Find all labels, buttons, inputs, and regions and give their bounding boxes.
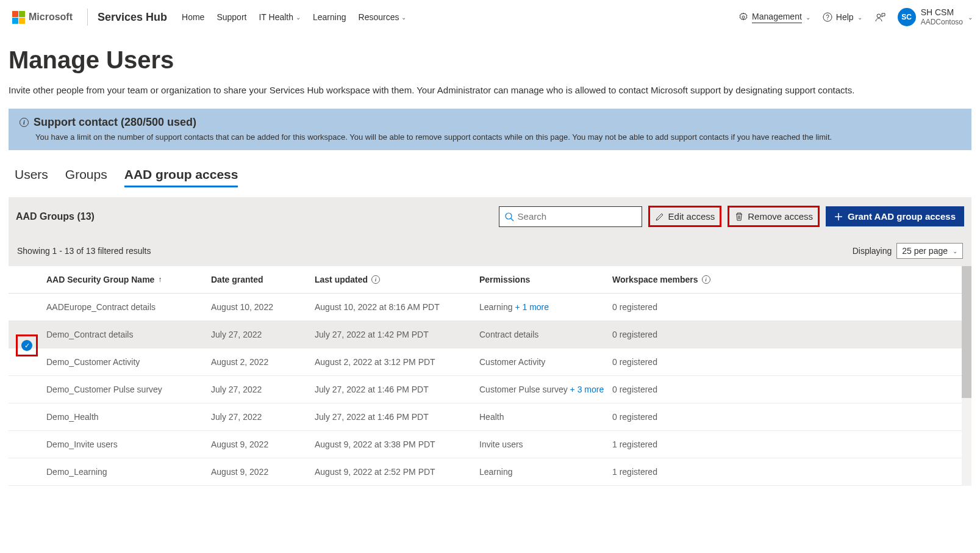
col-members[interactable]: Workspace membersi bbox=[612, 275, 971, 284]
table-header: AAD Security Group Name↑ Date granted La… bbox=[9, 266, 971, 294]
displaying-label: Displaying bbox=[853, 246, 892, 256]
account-menu[interactable]: SC SH CSM AADContoso ⌄ bbox=[898, 7, 973, 26]
svg-point-3 bbox=[506, 213, 512, 219]
management-menu[interactable]: Management ⌄ bbox=[739, 12, 810, 23]
cell-members: 1 registered bbox=[612, 467, 971, 477]
cell-group-name: Demo_Customer Activity bbox=[46, 357, 211, 367]
cell-group-name: Demo_Learning bbox=[46, 467, 211, 477]
aad-groups-table: AAD Security Group Name↑ Date granted La… bbox=[9, 266, 971, 486]
cell-members: 0 registered bbox=[612, 330, 971, 339]
chevron-down-icon: ⌄ bbox=[857, 14, 862, 21]
svg-point-2 bbox=[877, 14, 881, 18]
support-contact-infobox: i Support contact (280/500 used) You hav… bbox=[9, 109, 971, 150]
vertical-scrollbar[interactable] bbox=[962, 266, 971, 486]
nav-learning[interactable]: Learning bbox=[313, 12, 346, 22]
account-name: SH CSM bbox=[921, 7, 963, 18]
chevron-down-icon: ⌄ bbox=[401, 14, 406, 21]
cell-members: 1 registered bbox=[612, 439, 971, 449]
col-permissions[interactable]: Permissions bbox=[479, 275, 612, 284]
cell-last-updated: August 10, 2022 at 8:16 AM PDT bbox=[315, 302, 479, 312]
col-name[interactable]: AAD Security Group Name↑ bbox=[46, 275, 211, 284]
info-icon: i bbox=[20, 118, 29, 127]
infobox-title: Support contact (280/500 used) bbox=[34, 116, 196, 129]
svg-text:?: ? bbox=[826, 14, 829, 21]
search-input[interactable] bbox=[518, 211, 637, 222]
tab-groups[interactable]: Groups bbox=[65, 167, 107, 187]
gear-icon bbox=[739, 12, 748, 22]
info-icon[interactable]: i bbox=[371, 275, 380, 284]
table-row[interactable]: Demo_Customer ActivityAugust 2, 2022Augu… bbox=[9, 349, 971, 376]
cell-date-granted: July 27, 2022 bbox=[211, 385, 315, 394]
plus-icon bbox=[834, 212, 843, 221]
infobox-body: You have a limit on the number of suppor… bbox=[20, 132, 960, 142]
product-brand[interactable]: Services Hub bbox=[98, 11, 182, 24]
cell-last-updated: July 27, 2022 at 1:46 PM PDT bbox=[315, 412, 479, 422]
cell-date-granted: August 10, 2022 bbox=[211, 302, 315, 312]
chevron-down-icon: ⌄ bbox=[968, 14, 973, 21]
page-subtitle: Invite other people from your team or or… bbox=[9, 85, 971, 95]
chevron-down-icon: ⌄ bbox=[296, 14, 301, 21]
cell-date-granted: August 9, 2022 bbox=[211, 467, 315, 477]
cell-date-granted: July 27, 2022 bbox=[211, 330, 315, 339]
cell-last-updated: August 9, 2022 at 3:38 PM PDT bbox=[315, 439, 479, 449]
results-strip: Showing 1 - 13 of 13 filtered results Di… bbox=[9, 236, 971, 266]
edit-access-button[interactable]: Edit access bbox=[648, 206, 722, 227]
nav-resources[interactable]: Resources⌄ bbox=[359, 12, 407, 22]
chevron-down-icon: ⌄ bbox=[806, 14, 810, 21]
table-row[interactable]: Demo_Customer Pulse surveyJuly 27, 2022J… bbox=[9, 376, 971, 403]
groups-toolbar: AAD Groups (13) Edit access Remove acces… bbox=[9, 197, 971, 236]
per-page-select[interactable]: 25 per page ⌄ bbox=[896, 243, 963, 259]
table-row[interactable]: ✓Demo_Contract detailsJuly 27, 2022July … bbox=[9, 321, 971, 349]
chevron-down-icon: ⌄ bbox=[953, 248, 957, 255]
help-menu[interactable]: ? Help ⌄ bbox=[823, 12, 862, 22]
cell-date-granted: July 27, 2022 bbox=[211, 412, 315, 422]
trash-icon bbox=[734, 212, 744, 222]
nav-support[interactable]: Support bbox=[216, 12, 246, 22]
results-count: Showing 1 - 13 of 13 filtered results bbox=[17, 246, 151, 256]
cell-permissions: Health bbox=[479, 412, 612, 422]
cell-members: 0 registered bbox=[612, 385, 971, 394]
selection-highlight: ✓ bbox=[16, 334, 38, 356]
microsoft-logo[interactable]: Microsoft bbox=[7, 11, 77, 24]
cell-group-name: Demo_Invite users bbox=[46, 439, 211, 449]
cell-permissions: Learning bbox=[479, 467, 612, 477]
account-org: AADContoso bbox=[921, 18, 963, 26]
table-row[interactable]: Demo_LearningAugust 9, 2022August 9, 202… bbox=[9, 458, 971, 486]
search-box[interactable] bbox=[499, 206, 642, 227]
tab-bar: Users Groups AAD group access bbox=[9, 167, 971, 187]
cell-last-updated: July 27, 2022 at 1:46 PM PDT bbox=[315, 385, 479, 394]
cell-group-name: Demo_Health bbox=[46, 412, 211, 422]
main-nav-links: Home Support IT Health⌄ Learning Resourc… bbox=[182, 12, 406, 22]
cell-group-name: AADEurope_Contract details bbox=[46, 302, 211, 312]
permissions-more-link[interactable]: + 1 more bbox=[513, 302, 549, 312]
cell-permissions: Invite users bbox=[479, 439, 612, 449]
col-updated[interactable]: Last updatedi bbox=[315, 275, 479, 284]
svg-line-4 bbox=[511, 219, 513, 221]
col-date[interactable]: Date granted bbox=[211, 275, 315, 284]
table-row[interactable]: AADEurope_Contract detailsAugust 10, 202… bbox=[9, 294, 971, 321]
sort-ascending-icon: ↑ bbox=[158, 275, 162, 284]
page-title: Manage Users bbox=[9, 46, 971, 74]
cell-date-granted: August 9, 2022 bbox=[211, 439, 315, 449]
nav-it-health[interactable]: IT Health⌄ bbox=[259, 12, 301, 22]
table-row[interactable]: Demo_Invite usersAugust 9, 2022August 9,… bbox=[9, 431, 971, 458]
search-icon bbox=[504, 212, 514, 222]
avatar: SC bbox=[898, 8, 916, 26]
pencil-icon bbox=[655, 212, 665, 222]
row-checkmark-icon[interactable]: ✓ bbox=[21, 340, 32, 351]
cell-members: 0 registered bbox=[612, 412, 971, 422]
nav-home[interactable]: Home bbox=[182, 12, 204, 22]
cell-last-updated: July 27, 2022 at 1:42 PM PDT bbox=[315, 330, 479, 339]
info-icon[interactable]: i bbox=[702, 275, 710, 284]
table-row[interactable]: Demo_HealthJuly 27, 2022July 27, 2022 at… bbox=[9, 403, 971, 431]
tab-users[interactable]: Users bbox=[15, 167, 48, 187]
cell-permissions: Customer Pulse survey + 3 more bbox=[479, 385, 612, 394]
top-navigation: Microsoft Services Hub Home Support IT H… bbox=[0, 0, 980, 34]
remove-access-button[interactable]: Remove access bbox=[728, 206, 820, 227]
cell-date-granted: August 2, 2022 bbox=[211, 357, 315, 367]
grant-access-button[interactable]: Grant AAD group access bbox=[826, 206, 964, 226]
contact-icon-button[interactable] bbox=[874, 12, 885, 23]
permissions-more-link[interactable]: + 3 more bbox=[568, 385, 604, 394]
tab-aad-group-access[interactable]: AAD group access bbox=[124, 167, 238, 187]
toolbar-title: AAD Groups (13) bbox=[16, 211, 95, 222]
